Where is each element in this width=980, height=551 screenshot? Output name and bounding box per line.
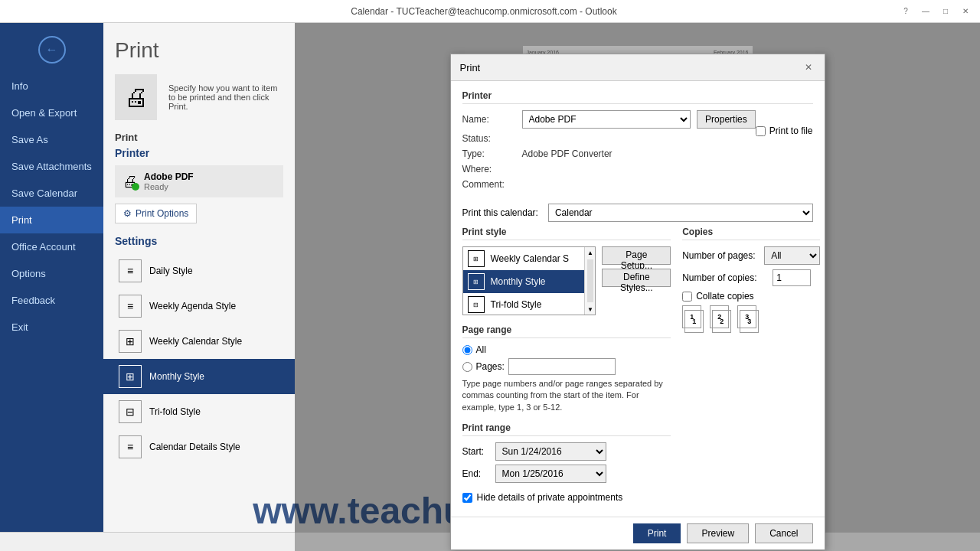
comment-row: Comment: bbox=[462, 179, 756, 190]
back-button[interactable]: ← bbox=[33, 31, 71, 69]
print-calendar-label: Print this calendar: bbox=[462, 207, 538, 218]
dialog-close-button[interactable]: ✕ bbox=[802, 60, 815, 74]
collate-page-1b: 1 bbox=[684, 310, 704, 333]
settings-item-monthly[interactable]: ⊞ Monthly Style bbox=[103, 359, 295, 394]
print-options-icon: ⚙ bbox=[123, 208, 132, 219]
minimize-button[interactable]: — bbox=[919, 5, 933, 18]
pages-row: Pages: bbox=[462, 358, 671, 375]
start-label: Start: bbox=[462, 446, 489, 457]
nav-item-options[interactable]: Options bbox=[0, 260, 103, 287]
monthly-style-label: Monthly Style bbox=[149, 371, 204, 382]
print-style-heading: Print style bbox=[462, 227, 671, 240]
maximize-button[interactable]: □ bbox=[939, 5, 952, 18]
page-title: Print bbox=[115, 38, 283, 63]
nav-item-info[interactable]: Info bbox=[0, 73, 103, 99]
collate-row: Collate copies bbox=[682, 291, 820, 302]
printer-label: Print bbox=[115, 132, 283, 143]
print-style-container: ⊞ Weekly Calendar S ⊞ Monthly Style bbox=[462, 246, 671, 315]
print-options-button[interactable]: ⚙ Print Options bbox=[115, 204, 197, 223]
style-tri-fold[interactable]: ⊟ Tri-fold Style bbox=[463, 293, 596, 315]
dialog-right-column: Copies Number of pages: All Number of c bbox=[682, 227, 820, 507]
dialog-title-bar: Print ✕ bbox=[451, 54, 825, 81]
calendar-details-label: Calendar Details Style bbox=[149, 442, 240, 452]
all-pages-label: All bbox=[476, 344, 486, 355]
cancel-button[interactable]: Cancel bbox=[755, 523, 812, 543]
hide-private-checkbox[interactable] bbox=[462, 493, 472, 503]
weekly-cal-label: Weekly Calendar S bbox=[491, 253, 570, 264]
scroll-up-button[interactable]: ▲ bbox=[585, 247, 596, 258]
left-panel: Print 🖨 Specify how you want to item to … bbox=[103, 23, 295, 551]
monthly-style-icon: ⊞ bbox=[119, 365, 142, 388]
printer-name-select[interactable]: Adobe PDF bbox=[522, 110, 691, 129]
weekly-calendar-icon: ⊞ bbox=[119, 330, 142, 353]
nav-item-print[interactable]: Print bbox=[0, 207, 103, 233]
settings-item-tri-fold[interactable]: ⊟ Tri-fold Style bbox=[115, 394, 283, 429]
preview-button[interactable]: Preview bbox=[687, 523, 749, 543]
page-range-heading: Page range bbox=[462, 324, 671, 338]
style-weekly-calendar[interactable]: ⊞ Weekly Calendar S bbox=[463, 247, 596, 270]
settings-item-calendar-details[interactable]: ≡ Calendar Details Style bbox=[115, 429, 283, 465]
style-buttons: Page Setup... Define Styles... bbox=[602, 246, 671, 287]
printer-status: Ready bbox=[144, 182, 194, 191]
end-row: End: Mon 1/25/2016 bbox=[462, 465, 671, 483]
dialog-title: Print bbox=[460, 62, 481, 73]
pages-radio[interactable] bbox=[462, 362, 472, 372]
nav-item-open-export[interactable]: Open & Export bbox=[0, 99, 103, 126]
num-pages-label: Number of pages: bbox=[682, 250, 758, 261]
style-scrollbar[interactable]: ▲ ▼ bbox=[584, 247, 595, 315]
end-date-select[interactable]: Mon 1/25/2016 bbox=[495, 465, 606, 483]
calendar-select[interactable]: Calendar bbox=[548, 204, 813, 222]
where-label: Where: bbox=[462, 164, 516, 174]
settings-item-weekly-calendar[interactable]: ⊞ Weekly Calendar Style bbox=[115, 324, 283, 359]
collate-checkbox[interactable] bbox=[682, 292, 692, 302]
hide-private-label: Hide details of private appointments bbox=[477, 492, 623, 503]
define-styles-button[interactable]: Define Styles... bbox=[602, 269, 671, 287]
dialog-printer-section: Printer Name: Adobe PDF Properties bbox=[462, 90, 813, 194]
all-pages-row: All bbox=[462, 344, 671, 355]
dialog-overlay: Print ✕ Printer Name: bbox=[295, 23, 980, 551]
close-button[interactable]: ✕ bbox=[959, 5, 972, 18]
weekly-calendar-label: Weekly Calendar Style bbox=[149, 336, 242, 347]
collate-page-3b: 3 bbox=[740, 310, 759, 333]
num-copies-row: Number of copies: bbox=[682, 269, 820, 286]
page-range-section: Page range All Pages: bbox=[462, 324, 671, 413]
page-setup-button[interactable]: Page Setup... bbox=[602, 246, 671, 265]
pages-input[interactable] bbox=[508, 358, 616, 375]
nav-item-office-account[interactable]: Office Account bbox=[0, 233, 103, 260]
all-pages-radio[interactable] bbox=[462, 345, 472, 355]
weekly-cal-icon: ⊞ bbox=[468, 250, 485, 267]
num-pages-select[interactable]: All bbox=[764, 246, 820, 265]
properties-button[interactable]: Properties bbox=[697, 110, 756, 129]
printer-description: Specify how you want to item to be print… bbox=[168, 83, 277, 111]
settings-item-weekly-agenda[interactable]: ≡ Weekly Agenda Style bbox=[115, 289, 283, 324]
settings-item-daily[interactable]: ≡ Daily Style bbox=[115, 253, 283, 289]
range-note: Type page numbers and/or page ranges sep… bbox=[462, 378, 671, 413]
scroll-down-button[interactable]: ▼ bbox=[585, 304, 596, 315]
print-options-label: Print Options bbox=[136, 208, 188, 219]
tri-fold-list-icon: ⊟ bbox=[468, 296, 485, 313]
dialog-footer: Print Preview Cancel bbox=[451, 517, 825, 549]
printer-name-row: Name: Adobe PDF Properties bbox=[462, 110, 756, 129]
calendar-details-icon: ≡ bbox=[119, 435, 142, 458]
nav-item-exit[interactable]: Exit bbox=[0, 314, 103, 341]
status-row: Status: bbox=[462, 133, 756, 144]
help-button[interactable]: ? bbox=[899, 5, 913, 18]
start-date-select[interactable]: Sun 1/24/2016 bbox=[495, 442, 606, 461]
monthly-icon: ⊞ bbox=[468, 273, 485, 290]
nav-item-save-attachments[interactable]: Save Attachments bbox=[0, 153, 103, 180]
nav-item-save-as[interactable]: Save As bbox=[0, 126, 103, 153]
tri-fold-list-label: Tri-fold Style bbox=[491, 299, 542, 310]
left-navigation: ← Info Open & Export Save As Save Attach… bbox=[0, 23, 103, 551]
back-icon: ← bbox=[38, 36, 66, 64]
print-to-file-checkbox[interactable] bbox=[756, 126, 766, 136]
dialog-two-columns: Print style ⊞ Weekly Calendar S bbox=[462, 227, 813, 507]
print-button[interactable]: Print bbox=[633, 523, 681, 543]
pages-label: Pages: bbox=[476, 361, 505, 372]
nav-item-feedback[interactable]: Feedback bbox=[0, 287, 103, 314]
type-row: Type: Adobe PDF Converter bbox=[462, 148, 756, 159]
collate-page-2b: 2 bbox=[712, 310, 731, 333]
style-monthly[interactable]: ⊞ Monthly Style bbox=[463, 270, 596, 293]
settings-section: Settings ≡ Daily Style ≡ Weekly Agenda S… bbox=[115, 235, 283, 465]
num-copies-input[interactable] bbox=[773, 269, 811, 286]
nav-item-save-calendar[interactable]: Save Calendar bbox=[0, 180, 103, 207]
